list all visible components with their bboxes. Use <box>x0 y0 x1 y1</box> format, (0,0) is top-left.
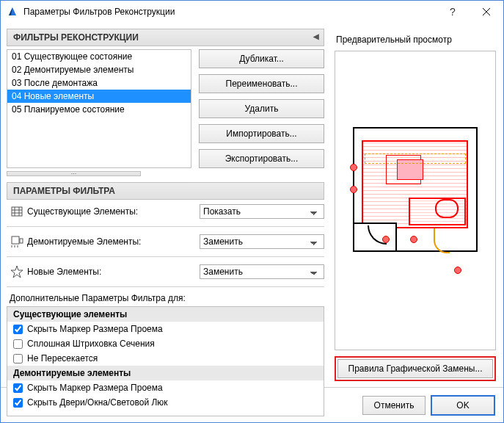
checkbox[interactable] <box>13 339 23 349</box>
ok-button[interactable]: OK <box>431 396 494 415</box>
filter-list-item[interactable]: 05 Планируемое состояние <box>7 103 191 116</box>
check-row[interactable]: Сплошная Штриховка Сечения <box>7 336 324 351</box>
params-section-header: ПАРАМЕТРЫ ФИЛЬТРА <box>7 182 324 200</box>
demolished-select[interactable]: Заменить <box>200 234 324 249</box>
additional-params-list[interactable]: Существующие элементы Скрыть Маркер Разм… <box>7 306 324 416</box>
splitter-handle[interactable]: ··· <box>7 171 141 176</box>
check-row[interactable]: Скрыть Маркер Размера Проема <box>7 380 324 395</box>
filter-list-item[interactable]: 01 Существующее состояние <box>7 50 191 63</box>
new-select[interactable]: Заменить <box>200 264 324 279</box>
rules-button-highlight: Правила Графической Замены... <box>335 356 496 381</box>
group-existing-header: Существующие элементы <box>7 307 324 322</box>
filter-list-item[interactable]: 02 Демонтируемые элементы <box>7 63 191 76</box>
filter-list-item-selected[interactable]: 04 Новые элементы <box>7 90 191 103</box>
help-button[interactable] <box>436 1 470 23</box>
existing-label: Существующие Элементы: <box>27 206 200 217</box>
additional-params-label: Дополнительные Параметры Фильтра для: <box>7 290 324 306</box>
filter-list[interactable]: 01 Существующее состояние 02 Демонтируем… <box>7 49 191 168</box>
new-label: Новые Элементы: <box>27 267 200 277</box>
check-row[interactable]: Не Пересекается <box>7 351 324 366</box>
right-pane: Предварительный просмотр Правила Графиче… <box>330 23 503 387</box>
close-button[interactable] <box>470 1 503 23</box>
svg-rect-13 <box>20 239 23 243</box>
delete-button[interactable]: Удалить <box>199 99 324 118</box>
svg-marker-14 <box>11 266 23 278</box>
preview-drawing <box>346 112 485 289</box>
svg-rect-9 <box>12 236 19 244</box>
titlebar: Параметры Фильтров Реконструкции <box>1 1 503 23</box>
cancel-button[interactable]: Отменить <box>362 396 426 415</box>
svg-rect-4 <box>12 207 22 216</box>
checkbox[interactable] <box>13 325 23 334</box>
checkbox[interactable] <box>13 354 23 364</box>
window-title: Параметры Фильтров Реконструкции <box>23 7 436 17</box>
preview-label: Предварительный просмотр <box>335 29 496 51</box>
checkbox[interactable] <box>13 398 23 408</box>
new-icon <box>7 265 27 278</box>
rename-button[interactable]: Переименовать... <box>199 74 324 93</box>
import-button[interactable]: Импортировать... <box>199 124 324 143</box>
filter-list-item[interactable]: 03 После демонтажа <box>7 76 191 90</box>
duplicate-button[interactable]: Дубликат... <box>199 49 324 68</box>
graphic-override-rules-button[interactable]: Правила Графической Замены... <box>337 359 493 378</box>
group-demolished-header: Демонтируемые элементы <box>7 366 324 380</box>
filters-section-header[interactable]: ФИЛЬТРЫ РЕКОНСТРУКЦИИ <box>7 29 324 46</box>
checkbox[interactable] <box>13 383 23 393</box>
app-logo-icon <box>7 6 18 18</box>
demolished-label: Демонтируемые Элементы: <box>27 236 200 247</box>
existing-icon <box>7 205 27 218</box>
demolished-icon <box>7 235 27 248</box>
left-pane: ФИЛЬТРЫ РЕКОНСТРУКЦИИ 01 Существующее со… <box>1 23 330 387</box>
export-button[interactable]: Экспортировать... <box>199 149 324 168</box>
check-row[interactable]: Скрыть Двери/Окна/Световой Люк <box>7 395 324 410</box>
existing-select[interactable]: Показать <box>200 204 324 219</box>
preview-box <box>335 51 496 350</box>
check-row[interactable]: Скрыть Маркер Размера Проема <box>7 322 324 336</box>
